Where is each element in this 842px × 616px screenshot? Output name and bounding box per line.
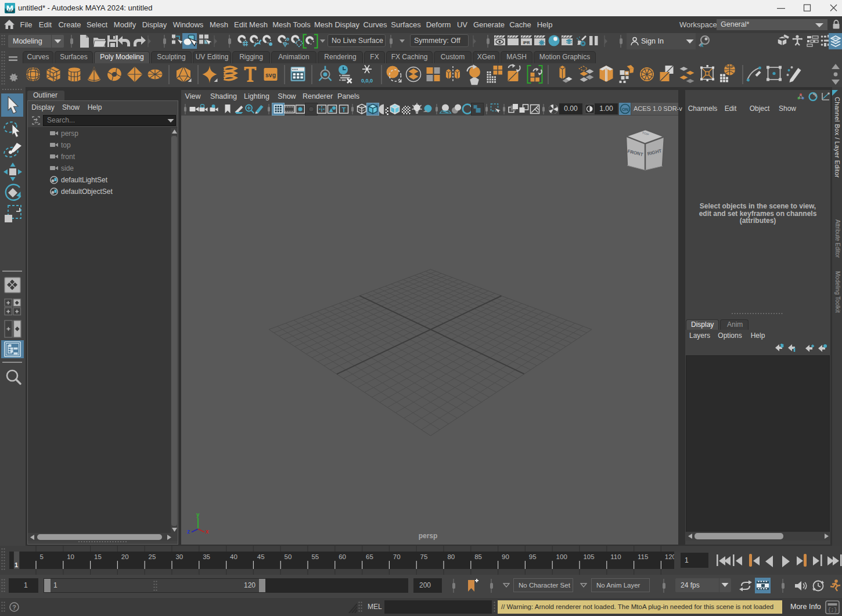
svg-text:ON: ON bbox=[622, 107, 628, 112]
svg-text:y: y bbox=[196, 511, 200, 518]
svg-text:15: 15 bbox=[94, 553, 102, 560]
svg-text:30: 30 bbox=[175, 553, 183, 560]
svg-text:110: 110 bbox=[610, 553, 621, 560]
svg-text:100: 100 bbox=[556, 553, 567, 560]
svg-text:75: 75 bbox=[420, 553, 428, 560]
svg-text:90: 90 bbox=[502, 553, 509, 560]
svg-text:115: 115 bbox=[638, 553, 648, 560]
svg-text:120: 120 bbox=[665, 553, 674, 560]
svg-text:?: ? bbox=[12, 604, 16, 611]
svg-text:persp: persp bbox=[419, 532, 438, 540]
svg-text:65: 65 bbox=[366, 553, 373, 560]
svg-text:55: 55 bbox=[311, 553, 319, 560]
svg-text:105: 105 bbox=[583, 553, 594, 560]
svg-text:80: 80 bbox=[447, 553, 455, 560]
svg-text:60: 60 bbox=[339, 553, 346, 560]
svg-text:5: 5 bbox=[39, 553, 43, 560]
svg-text:x: x bbox=[206, 528, 209, 535]
svg-text:20: 20 bbox=[121, 553, 129, 560]
svg-text:{;}: {;} bbox=[827, 607, 837, 613]
svg-text:85: 85 bbox=[474, 553, 482, 560]
svg-text:T: T bbox=[342, 106, 346, 113]
svg-text:95: 95 bbox=[529, 553, 537, 560]
svg-text:1: 1 bbox=[15, 561, 18, 568]
svg-text:svg: svg bbox=[265, 71, 276, 78]
svg-text:0,0,0: 0,0,0 bbox=[361, 78, 373, 84]
svg-text:10: 10 bbox=[67, 553, 74, 560]
svg-text:70: 70 bbox=[393, 553, 401, 560]
svg-text:40: 40 bbox=[230, 553, 238, 560]
svg-text:35: 35 bbox=[203, 553, 210, 560]
svg-text:45: 45 bbox=[257, 553, 265, 560]
svg-text:z: z bbox=[187, 528, 190, 535]
svg-text:50: 50 bbox=[285, 553, 292, 560]
svg-text:25: 25 bbox=[149, 553, 156, 560]
